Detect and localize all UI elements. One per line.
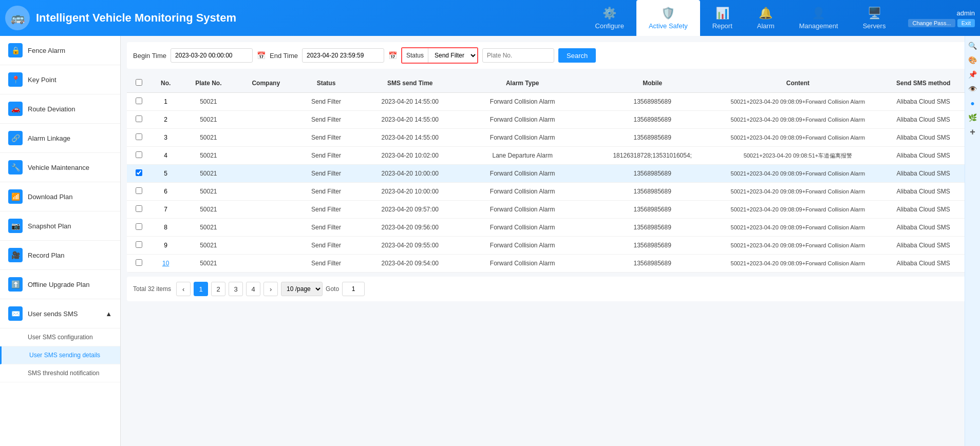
begin-time-input[interactable] [171, 48, 253, 63]
sidebar-item-snapshot-plan[interactable]: 📷 Snapshot Plan [0, 211, 120, 241]
right-add-icon[interactable]: + [967, 126, 978, 138]
exit-button[interactable]: Exit [957, 19, 975, 27]
nav-tab-configure[interactable]: ⚙️ Configure [583, 0, 636, 36]
row-checkbox-6[interactable] [127, 201, 151, 219]
row-checkbox-8[interactable] [127, 237, 151, 255]
snapshot-plan-label: Snapshot Plan [28, 222, 71, 230]
col-no: No. [151, 74, 180, 93]
row-sms-time-9: 2023-04-20 09:54:00 [357, 255, 463, 273]
calendar-icon-end[interactable]: 📅 [388, 51, 397, 60]
row-checkbox-9[interactable] [127, 255, 151, 273]
row-checkbox-0[interactable] [127, 93, 151, 111]
end-time-label: End Time [270, 52, 298, 60]
nav-tab-management[interactable]: 👤 Management [787, 0, 851, 36]
row-mobile-5: 13568985689 [582, 183, 723, 201]
row-status-7: Send Filter [295, 219, 357, 237]
sidebar-sub-item-user-sms-config[interactable]: User SMS configuration [0, 328, 120, 346]
row-plate-9: 50021 [180, 255, 236, 273]
plate-input[interactable] [482, 48, 554, 63]
table-row: 5 50021 Send Filter 2023-04-20 10:00:00 … [127, 165, 974, 183]
nav-tab-report[interactable]: 📊 Report [700, 0, 745, 36]
sidebar-item-download-plan[interactable]: 📶 Download Plan [0, 182, 120, 211]
page-4-btn[interactable]: 4 [246, 282, 260, 296]
row-mobile-2: 13568985689 [582, 129, 723, 147]
row-alarm-type-7: Forward Collision Alarm [463, 219, 582, 237]
route-deviation-icon: 🚗 [8, 102, 23, 116]
right-circle-icon[interactable]: ● [967, 98, 978, 109]
sidebar-item-user-sends-sms[interactable]: ✉️ User sends SMS ▲ [0, 299, 120, 328]
sidebar-item-key-point[interactable]: 📍 Key Point [0, 65, 120, 94]
sidebar-item-vehicle-maintenance[interactable]: 🔧 Vehicle Maintenance [0, 153, 120, 182]
right-search-icon[interactable]: 🔍 [967, 40, 978, 51]
page-1-btn[interactable]: 1 [194, 282, 208, 296]
row-company-2 [236, 129, 295, 147]
page-2-btn[interactable]: 2 [211, 282, 225, 296]
sidebar-item-record-plan[interactable]: 🎥 Record Plan [0, 241, 120, 270]
end-time-input[interactable] [302, 48, 384, 63]
right-sidebar: 🔍 🎨 📌 👁️ ● 🌿 + [965, 36, 980, 446]
report-label: Report [712, 22, 732, 30]
right-palette-icon[interactable]: 🎨 [967, 54, 978, 66]
logo-area: 🚌 Intelligent Vehicle Monitoring System [5, 6, 583, 30]
row-checkbox-4[interactable] [127, 165, 151, 183]
row-alarm-type-9: Forward Collision Alarm [463, 255, 582, 273]
row-content-6: 50021+2023-04-20 09:08:09+Forward Collis… [723, 201, 873, 219]
row-plate-2: 50021 [180, 129, 236, 147]
table-row: 10 50021 Send Filter 2023-04-20 09:54:00… [127, 255, 974, 273]
sidebar-item-fence-alarm[interactable]: 🔒 Fence Alarm [0, 36, 120, 65]
sidebar-item-route-deviation[interactable]: 🚗 Route Deviation [0, 94, 120, 124]
row-status-9: Send Filter [295, 255, 357, 273]
page-3-btn[interactable]: 3 [229, 282, 243, 296]
right-leaf-icon[interactable]: 🌿 [967, 112, 978, 123]
sidebar-item-alarm-linkage[interactable]: 🔗 Alarm Linkage [0, 124, 120, 153]
row-alarm-type-0: Forward Collision Alarm [463, 93, 582, 111]
row-no-8: 9 [151, 237, 180, 255]
row-checkbox-1[interactable] [127, 111, 151, 129]
sidebar-sub-item-user-sms-sending[interactable]: User SMS sending details [0, 346, 120, 364]
table-wrapper: No. Plate No. Company Status SMS send Ti… [127, 74, 974, 273]
row-alarm-type-3: Lane Departure Alarm [463, 147, 582, 165]
row-company-0 [236, 93, 295, 111]
row-status-0: Send Filter [295, 93, 357, 111]
row-method-6: Alibaba Cloud SMS [873, 201, 974, 219]
row-checkbox-2[interactable] [127, 129, 151, 147]
row-no-2: 3 [151, 129, 180, 147]
sidebar-sub-item-sms-threshold[interactable]: SMS threshold notification [0, 364, 120, 382]
nav-tab-alarm[interactable]: 🔔 Alarm [745, 0, 787, 36]
nav-tab-active-safety[interactable]: 🛡️ Active Safety [636, 0, 700, 36]
status-select[interactable]: Send Filter All Sent Failed [428, 48, 477, 63]
row-alarm-type-2: Forward Collision Alarm [463, 129, 582, 147]
row-checkbox-5[interactable] [127, 183, 151, 201]
row-content-8: 50021+2023-04-20 09:08:09+Forward Collis… [723, 237, 873, 255]
route-deviation-label: Route Deviation [28, 105, 76, 113]
table-row: 8 50021 Send Filter 2023-04-20 09:56:00 … [127, 219, 974, 237]
calendar-icon-begin[interactable]: 📅 [257, 51, 266, 60]
row-sms-time-2: 2023-04-20 14:55:00 [357, 129, 463, 147]
row-status-6: Send Filter [295, 201, 357, 219]
user-area: admin Change Pass... Exit [908, 9, 975, 27]
row-alarm-type-6: Forward Collision Alarm [463, 201, 582, 219]
next-page-btn[interactable]: › [263, 282, 278, 296]
row-method-9: Alibaba Cloud SMS [873, 255, 974, 273]
table-row: 3 50021 Send Filter 2023-04-20 14:55:00 … [127, 129, 974, 147]
row-method-0: Alibaba Cloud SMS [873, 93, 974, 111]
change-pass-button[interactable]: Change Pass... [908, 19, 955, 27]
search-button[interactable]: Search [558, 48, 596, 63]
row-company-4 [236, 165, 295, 183]
prev-page-btn[interactable]: ‹ [176, 282, 191, 296]
sidebar-item-offline-upgrade[interactable]: ⬆️ Offline Upgrade Plan [0, 270, 120, 299]
row-plate-7: 50021 [180, 219, 236, 237]
row-no-7: 8 [151, 219, 180, 237]
right-eye-icon[interactable]: 👁️ [967, 83, 978, 94]
row-mobile-6: 13568985689 [582, 201, 723, 219]
nav-tab-servers[interactable]: 🖥️ Servers [851, 0, 898, 36]
row-checkbox-7[interactable] [127, 219, 151, 237]
col-company: Company [236, 74, 295, 93]
active-safety-label: Active Safety [649, 22, 688, 30]
row-checkbox-3[interactable] [127, 147, 151, 165]
goto-input[interactable] [342, 282, 365, 296]
page-size-select[interactable]: 10 /page 20 /page 50 /page [281, 282, 323, 296]
select-all-checkbox[interactable] [136, 79, 142, 86]
row-no-1: 2 [151, 111, 180, 129]
right-pin-icon[interactable]: 📌 [967, 69, 978, 80]
